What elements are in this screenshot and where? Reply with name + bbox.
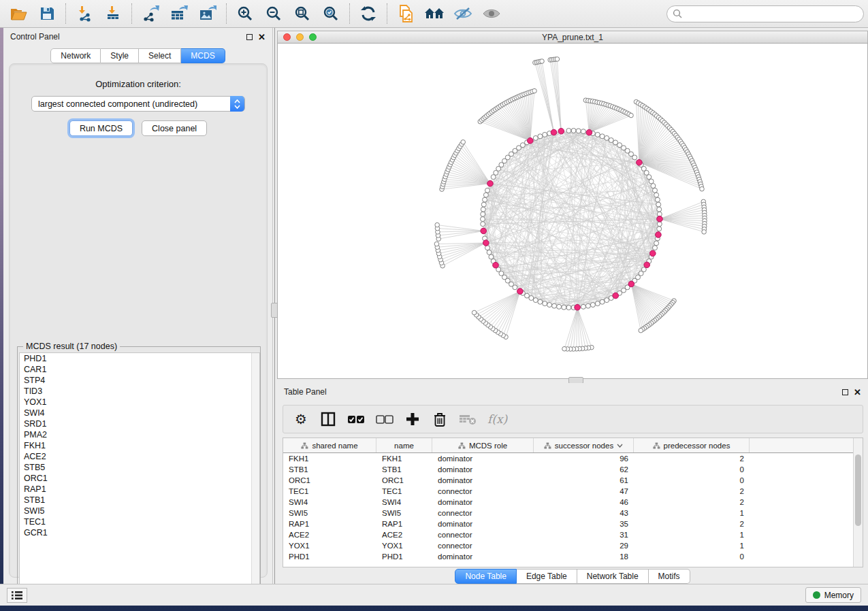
cell-predecessor-nodes: 1: [634, 531, 750, 539]
float-panel-icon[interactable]: [246, 34, 253, 40]
tab-motifs[interactable]: Motifs: [649, 569, 690, 584]
tab-mcds[interactable]: MCDS: [181, 48, 225, 63]
network-canvas[interactable]: [277, 44, 868, 379]
memory-button[interactable]: Memory: [805, 587, 861, 603]
float-panel-icon[interactable]: [842, 389, 848, 395]
export-table-button[interactable]: [165, 2, 193, 25]
cell-name: PHD1: [376, 552, 432, 561]
task-history-button[interactable]: [7, 588, 27, 603]
table-header-row: shared namenameMCDS rolesuccessor nodesp…: [283, 438, 863, 453]
column-header-successor-nodes[interactable]: successor nodes: [534, 438, 634, 452]
import-table-button[interactable]: [99, 2, 127, 25]
clone-network-button[interactable]: [391, 2, 420, 25]
optimization-criterion-select[interactable]: largest connected component (undirected): [31, 96, 245, 112]
sort-menu-icon[interactable]: [617, 444, 623, 448]
mcds-result-item[interactable]: TID3: [20, 386, 259, 397]
hide-selected-icon: [453, 7, 472, 20]
table-row[interactable]: SWI4SWI4dominator462: [283, 497, 863, 508]
mcds-result-item[interactable]: SWI5: [20, 506, 259, 516]
show-all-icon: [482, 7, 501, 20]
column-header-name[interactable]: name: [376, 438, 432, 452]
refresh-button[interactable]: [354, 2, 383, 25]
column-header-shared-name[interactable]: shared name: [283, 438, 376, 452]
deselect-all-icon: [376, 415, 393, 424]
table-row[interactable]: PHD1PHD1dominator180: [283, 551, 863, 562]
mcds-result-item[interactable]: STB1: [20, 495, 259, 506]
mcds-result-list[interactable]: PHD1CAR1STP4TID3YOX1SWI4SRD1PMA2FKH1ACE2…: [19, 352, 260, 596]
export-network-button[interactable]: [136, 2, 165, 25]
settings-button[interactable]: ⚙: [293, 409, 309, 429]
table-row[interactable]: TEC1TEC1connector472: [283, 486, 863, 497]
table-row[interactable]: YOX1YOX1connector291: [283, 540, 863, 551]
table-row[interactable]: RAP1RAP1dominator352: [283, 518, 863, 529]
mcds-result-item[interactable]: PHD1: [20, 353, 259, 364]
mcds-result-item[interactable]: ACE2: [20, 451, 259, 462]
close-panel-icon[interactable]: ✕: [854, 389, 861, 395]
hide-selected-button[interactable]: [449, 2, 477, 25]
table-row[interactable]: ACE2ACE2connector311: [283, 529, 863, 540]
cell-shared-name: TEC1: [283, 487, 376, 495]
close-panel-button[interactable]: Close panel: [142, 120, 207, 136]
tab-node-table[interactable]: Node Table: [455, 569, 517, 584]
tab-edge-table[interactable]: Edge Table: [517, 569, 577, 584]
tab-select[interactable]: Select: [139, 48, 181, 63]
mcds-result-item[interactable]: ORC1: [20, 473, 259, 484]
network-window-titlebar[interactable]: YPA_prune.txt_1: [277, 31, 868, 44]
cell-shared-name: YOX1: [283, 542, 376, 550]
tab-network[interactable]: Network: [50, 48, 101, 63]
open-file-button[interactable]: [4, 2, 33, 25]
mcds-list-scrollbar[interactable]: [251, 353, 259, 595]
toolbar-separator: [65, 3, 66, 24]
mcds-result-item[interactable]: SRD1: [20, 418, 259, 429]
mcds-result-item[interactable]: STB5: [20, 462, 259, 473]
zoom-selected-button[interactable]: [317, 2, 345, 25]
cell-shared-name: SWI5: [283, 509, 376, 517]
save-session-button[interactable]: [33, 2, 61, 25]
mcds-result-item[interactable]: RAP1: [20, 484, 259, 495]
network-window: YPA_prune.txt_1: [277, 31, 868, 379]
deselect-all-button[interactable]: [376, 409, 393, 429]
first-neighbors-icon: [424, 6, 445, 21]
table-row[interactable]: ORC1ORC1dominator610: [283, 475, 863, 486]
cell-successor-nodes: 96: [534, 455, 634, 463]
close-panel-icon[interactable]: ✕: [258, 34, 266, 40]
import-network-button[interactable]: [70, 2, 99, 25]
attribute-type-icon: [301, 442, 308, 449]
column-label: successor nodes: [555, 442, 613, 450]
zoom-fit-icon: [294, 5, 310, 22]
add-icon: [406, 412, 419, 426]
table-row[interactable]: STB1STB1dominator620: [283, 464, 863, 475]
table-panel: Table Panel ✕ ⚙f(x) shared namenameMCDS …: [277, 383, 868, 584]
zoom-fit-button[interactable]: [288, 2, 317, 25]
tab-style[interactable]: Style: [101, 48, 139, 63]
first-neighbors-button[interactable]: [420, 2, 449, 25]
show-all-button[interactable]: [477, 2, 506, 25]
cell-shared-name: STB1: [283, 465, 376, 474]
column-header-predecessor-nodes[interactable]: predecessor nodes: [634, 438, 750, 452]
add-button[interactable]: [404, 409, 421, 429]
table-row[interactable]: SWI5SWI5connector431: [283, 508, 863, 518]
mcds-result-item[interactable]: GCR1: [20, 527, 259, 538]
scrollbar-thumb[interactable]: [855, 455, 861, 526]
mcds-result-item[interactable]: STP4: [20, 375, 259, 386]
table-scrollbar[interactable]: [853, 438, 863, 567]
mcds-result-item[interactable]: FKH1: [20, 440, 259, 451]
export-image-button[interactable]: [193, 2, 222, 25]
cell-predecessor-nodes: 0: [634, 552, 750, 561]
function-icon: f(x): [487, 412, 507, 426]
mcds-result-item[interactable]: PMA2: [20, 429, 259, 440]
mcds-result-item[interactable]: YOX1: [20, 397, 259, 408]
search-input[interactable]: [666, 5, 864, 22]
delete-button[interactable]: [432, 409, 448, 429]
columns-button[interactable]: [320, 409, 336, 429]
mcds-result-item[interactable]: SWI4: [20, 408, 259, 418]
tab-network-table[interactable]: Network Table: [577, 569, 649, 584]
column-header-MCDS-role[interactable]: MCDS role: [432, 438, 534, 452]
run-mcds-button[interactable]: Run MCDS: [69, 120, 133, 136]
table-row[interactable]: FKH1FKH1dominator962: [283, 453, 863, 464]
zoom-out-button[interactable]: [259, 2, 288, 25]
mcds-result-item[interactable]: TEC1: [20, 516, 259, 527]
zoom-in-button[interactable]: [231, 2, 259, 25]
select-all-button[interactable]: [347, 409, 365, 429]
mcds-result-item[interactable]: CAR1: [20, 364, 259, 375]
